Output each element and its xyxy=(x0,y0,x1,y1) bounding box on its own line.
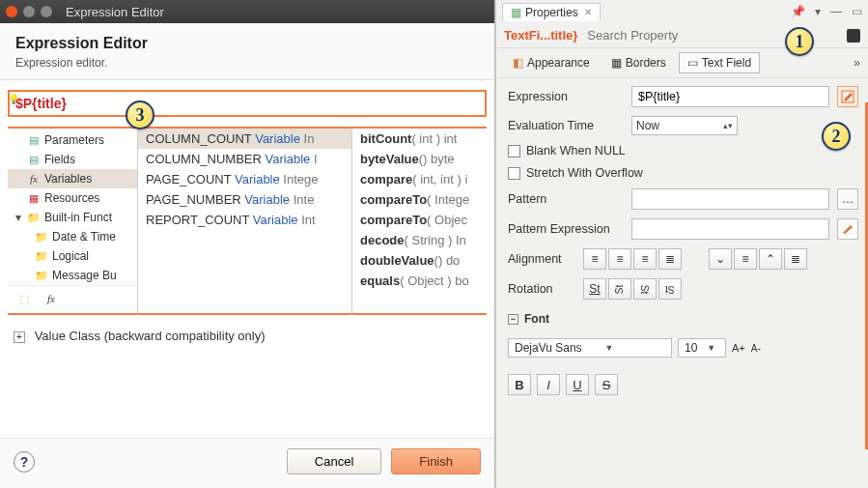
borders-icon: ▦ xyxy=(611,56,622,70)
pattern-label: Pattern xyxy=(508,192,624,206)
pin-icon[interactable]: 📌 xyxy=(791,5,805,18)
function-row[interactable]: bitCount( int ) int xyxy=(352,129,487,149)
folder-icon: 📁 xyxy=(35,269,48,282)
tab-borders[interactable]: ▦ Borders xyxy=(602,52,675,73)
tree-item-logical[interactable]: 📁 Logical xyxy=(8,246,137,266)
value-class-expander[interactable]: + Value Class (backward compatibility on… xyxy=(0,319,494,353)
help-button[interactable]: ? xyxy=(14,451,35,473)
callout-2: 2 xyxy=(822,122,851,151)
rotation-none-button[interactable]: St xyxy=(583,278,606,300)
breadcrumb[interactable]: TextFi...title} xyxy=(504,28,577,43)
cancel-button[interactable]: Cancel xyxy=(287,448,381,474)
variable-list: COLUMN_COUNT Variable In COLUMN_NUMBER V… xyxy=(137,127,351,315)
valign-middle-button[interactable]: ≡ xyxy=(734,248,757,270)
expression-text: $P{title} xyxy=(15,96,67,111)
window-close-button[interactable] xyxy=(6,6,17,17)
tree-item-fields[interactable]: ▤ Fields xyxy=(8,150,137,169)
edit-icon xyxy=(841,90,854,103)
dialog-subheading: Expression editor. xyxy=(15,56,479,70)
expression-field[interactable] xyxy=(631,86,829,107)
evaluation-time-select[interactable]: Now ▴▾ xyxy=(631,116,738,135)
function-row[interactable]: compare( int, int ) i xyxy=(352,169,487,189)
tree-item-resources[interactable]: ▦ Resources xyxy=(8,188,137,208)
window-maximize-button[interactable] xyxy=(41,6,52,17)
close-tab-icon[interactable]: ✕ xyxy=(584,7,592,17)
valign-top-button[interactable]: ⌄ xyxy=(709,248,732,270)
tree-item-parameters[interactable]: ▤ Parameters xyxy=(8,130,137,150)
resources-icon: ▦ xyxy=(27,191,41,205)
function-row[interactable]: compareTo( Objec xyxy=(352,210,487,230)
variables-icon: fx xyxy=(27,172,41,186)
function-row[interactable]: decode( String ) In xyxy=(352,230,487,250)
function-toggle-icon[interactable]: ⬚ xyxy=(17,292,31,305)
increase-font-button[interactable]: A+ xyxy=(732,342,745,354)
tree-item-variables[interactable]: fx Variables xyxy=(8,169,137,188)
pattern-expression-edit-button[interactable] xyxy=(837,218,858,240)
open-expression-editor-button[interactable] xyxy=(837,86,858,107)
function-row[interactable]: doubleValue() do xyxy=(352,250,487,271)
checkbox-icon xyxy=(508,167,520,180)
align-center-button[interactable]: ≡ xyxy=(608,248,631,270)
tree-action-bar: ⬚ fx xyxy=(8,285,137,311)
variable-row[interactable]: COLUMN_NUMBER Variable I xyxy=(138,149,351,169)
function-row[interactable]: equals( Object ) bo xyxy=(352,271,487,291)
rotation-left-button[interactable]: St xyxy=(608,278,631,300)
tab-appearance[interactable]: ◧ Appearance xyxy=(504,52,599,73)
function-list: bitCount( int ) int byteValue() byte com… xyxy=(351,127,487,315)
appearance-icon: ◧ xyxy=(513,56,523,70)
window-minimize-button[interactable] xyxy=(23,6,35,17)
callout-1: 1 xyxy=(785,27,814,56)
font-size-select[interactable]: 10▼ xyxy=(678,338,726,358)
align-left-button[interactable]: ≡ xyxy=(583,248,606,270)
finish-button[interactable]: Finish xyxy=(391,448,481,474)
fx-icon[interactable]: fx xyxy=(44,292,58,305)
decrease-font-button[interactable]: A- xyxy=(751,343,761,354)
tree-item-builtin[interactable]: ▾ 📁 Built-in Funct xyxy=(8,208,137,227)
font-family-select[interactable]: DejaVu Sans▼ xyxy=(508,338,672,358)
plus-icon: + xyxy=(14,331,25,343)
minus-icon: − xyxy=(508,314,518,325)
pattern-expression-field[interactable] xyxy=(631,218,829,240)
pattern-browse-button[interactable]: … xyxy=(837,188,858,210)
tree-item-messagebu[interactable]: 📁 Message Bu xyxy=(8,266,137,285)
align-justify-button[interactable]: ≣ xyxy=(658,248,682,270)
function-row[interactable]: compareTo( Intege xyxy=(352,189,487,210)
dialog-header: Expression Editor Expression editor. xyxy=(0,23,494,80)
expression-input[interactable]: 💡 $P{title} xyxy=(8,90,487,117)
pattern-expression-label: Pattern Expression xyxy=(508,222,624,236)
tabs-overflow-icon[interactable]: » xyxy=(854,56,860,70)
pattern-field[interactable] xyxy=(631,188,829,210)
rotation-upside-button[interactable]: St xyxy=(658,278,682,300)
tab-text-field[interactable]: ▭ Text Field xyxy=(679,52,760,73)
parameters-icon: ▤ xyxy=(27,133,41,147)
variable-row[interactable]: REPORT_COUNT Variable Int xyxy=(138,210,351,230)
expression-label: Expression xyxy=(508,90,624,103)
variable-row[interactable]: PAGE_NUMBER Variable Inte xyxy=(138,189,351,210)
view-menu-icon[interactable]: ▾ xyxy=(815,5,821,18)
strike-button[interactable]: S xyxy=(595,374,618,395)
font-section-header[interactable]: − Font xyxy=(508,312,858,326)
valign-justify-button[interactable]: ≣ xyxy=(784,248,807,270)
function-row[interactable]: byteValue() byte xyxy=(352,149,487,169)
stretch-with-overflow-checkbox[interactable]: Stretch With Overflow xyxy=(508,166,858,180)
chevron-updown-icon: ▴▾ xyxy=(723,121,733,130)
user-icon[interactable] xyxy=(847,29,860,43)
valign-bottom-button[interactable]: ⌃ xyxy=(759,248,782,270)
category-tree: ▤ Parameters ▤ Fields fx Variables xyxy=(8,127,137,315)
italic-button[interactable]: I xyxy=(537,374,560,395)
minimize-view-icon[interactable]: — xyxy=(830,5,842,18)
rotation-right-button[interactable]: St xyxy=(633,278,657,300)
maximize-view-icon[interactable]: ▭ xyxy=(852,5,862,18)
rotation-label: Rotation xyxy=(508,282,575,296)
align-right-button[interactable]: ≡ xyxy=(633,248,657,270)
properties-tab[interactable]: ▦ Properties ✕ xyxy=(502,3,601,21)
underline-button[interactable]: U xyxy=(566,374,589,395)
variable-row[interactable]: COLUMN_COUNT Variable In xyxy=(138,129,351,149)
properties-panel: ▦ Properties ✕ 📌 ▾ — ▭ TextFi...title} ◧… xyxy=(495,0,868,488)
blank-when-null-checkbox[interactable]: Blank When NULL xyxy=(508,144,858,158)
variable-row[interactable]: PAGE_COUNT Variable Intege xyxy=(138,169,351,189)
text-field-icon: ▭ xyxy=(687,56,698,70)
tree-item-datetime[interactable]: 📁 Date & Time xyxy=(8,227,137,246)
bold-button[interactable]: B xyxy=(508,374,531,395)
fields-icon: ▤ xyxy=(27,153,41,166)
